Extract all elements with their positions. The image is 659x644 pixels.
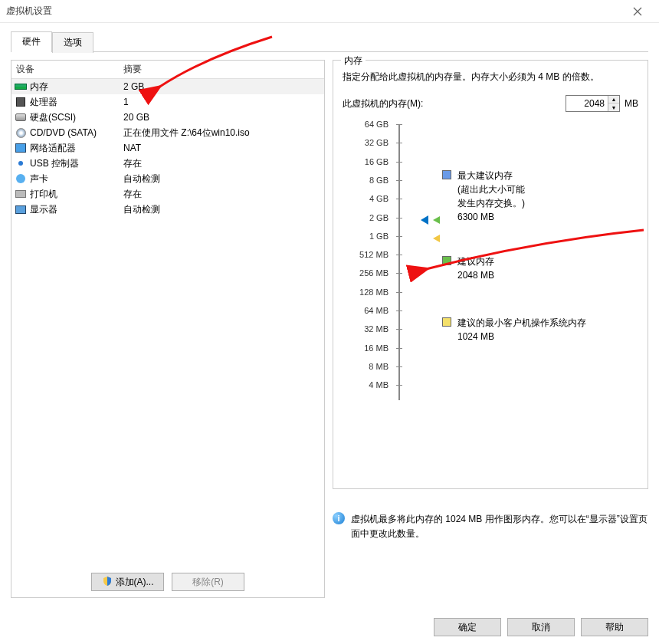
hardware-row-hdd[interactable]: 硬盘(SCSI)20 GB — [11, 110, 324, 125]
cpu-icon — [15, 97, 27, 107]
net-icon — [15, 143, 27, 153]
tick-label: 64 MB — [364, 306, 389, 315]
shield-icon — [102, 576, 113, 589]
tab-bar: 硬件 选项 — [0, 23, 659, 51]
memory-input[interactable] — [566, 96, 608, 111]
hw-summary: 1 — [119, 97, 324, 107]
col-summary: 摘要 — [119, 63, 324, 76]
tab-options[interactable]: 选项 — [52, 32, 93, 53]
hw-summary: 自动检测 — [119, 172, 324, 186]
remove-button: 移除(R) — [172, 573, 244, 591]
tick-label: 8 GB — [369, 176, 389, 185]
tick-label: 8 MB — [369, 362, 389, 371]
tab-hardware[interactable]: 硬件 — [11, 31, 52, 52]
hw-name: 打印机 — [30, 188, 57, 201]
hardware-row-mem[interactable]: 内存2 GB — [11, 79, 324, 94]
tick-label: 64 GB — [365, 120, 389, 129]
tick-label: 128 MB — [359, 288, 389, 297]
recommended-marker-icon — [433, 216, 440, 224]
memory-gauge[interactable] — [396, 124, 402, 400]
hardware-row-disp[interactable]: 显示器自动检测 — [11, 202, 324, 217]
hw-summary: 存在 — [119, 188, 324, 201]
content-area: 设备 摘要 内存2 GB处理器1硬盘(SCSI)20 GBCD/DVD (SAT… — [0, 52, 659, 603]
tick-label: 512 MB — [359, 250, 389, 259]
hw-summary: 20 GB — [119, 112, 324, 123]
hw-summary: 存在 — [119, 157, 324, 170]
legend-rec-square — [442, 256, 451, 265]
legend-min-title: 建议的最小客户机操作系统内存 — [457, 316, 586, 330]
legend-max-note1: (超出此大小可能 — [457, 182, 525, 196]
memory-info-text: 虚拟机最多将此内存的 1024 MB 用作图形内存。您可以在“显示器”设置页面中… — [351, 512, 648, 541]
tick-label: 16 MB — [364, 343, 389, 353]
mem-icon — [15, 81, 27, 92]
tick-label: 32 GB — [365, 138, 389, 147]
remove-label: 移除(R) — [192, 576, 224, 589]
col-device: 设备 — [11, 63, 119, 76]
help-button[interactable]: 帮助 — [581, 618, 648, 636]
legend-rec-title: 建议内存 — [457, 255, 494, 268]
add-button[interactable]: 添加(A)... — [91, 573, 164, 591]
legend-min-value: 1024 MB — [457, 330, 586, 343]
dialog-footer: 确定 取消 帮助 — [434, 618, 648, 636]
hw-name: 硬盘(SCSI) — [30, 111, 76, 124]
memory-legend: 最大建议内存 (超出此大小可能 发生内存交换。) 6300 MB 建议内存 20… — [407, 124, 638, 400]
memory-unit: MB — [625, 98, 638, 109]
tick-label: 32 MB — [364, 324, 389, 334]
window-title: 虚拟机设置 — [6, 5, 622, 18]
min-marker-icon — [433, 235, 440, 242]
hw-name: 处理器 — [30, 96, 57, 109]
hw-name: 显示器 — [30, 203, 57, 216]
tick-label: 16 GB — [365, 157, 389, 166]
ok-button[interactable]: 确定 — [434, 618, 501, 636]
tick-label: 4 MB — [369, 380, 389, 389]
legend-max-value: 6300 MB — [457, 210, 525, 224]
legend-rec-value: 2048 MB — [457, 268, 494, 282]
hw-name: CD/DVD (SATA) — [30, 127, 97, 138]
hardware-row-usb[interactable]: USB 控制器存在 — [11, 156, 324, 171]
current-marker-icon — [421, 215, 428, 225]
legend-min-square — [442, 317, 451, 327]
hdd-icon — [15, 112, 27, 123]
memory-spinner[interactable]: ▲ ▼ — [566, 95, 620, 112]
spin-up-icon[interactable]: ▲ — [608, 96, 619, 104]
hw-name: USB 控制器 — [30, 157, 79, 170]
hardware-header: 设备 摘要 — [11, 61, 324, 79]
hw-name: 网络适配器 — [30, 142, 76, 155]
hw-summary: 自动检测 — [119, 203, 324, 216]
hw-name: 声卡 — [30, 172, 48, 186]
prn-icon — [15, 189, 27, 199]
cancel-button[interactable]: 取消 — [507, 618, 575, 636]
titlebar: 虚拟机设置 — [0, 0, 659, 23]
memory-input-label: 此虚拟机的内存(M): — [343, 97, 423, 110]
memory-group-title: 内存 — [341, 54, 366, 67]
tick-label: 4 GB — [369, 194, 389, 203]
usb-icon — [15, 158, 27, 169]
cd-icon — [15, 127, 27, 138]
hardware-row-snd[interactable]: 声卡自动检测 — [11, 171, 324, 186]
tick-label: 256 MB — [359, 268, 389, 278]
tick-label: 2 GB — [369, 213, 389, 222]
hardware-panel: 设备 摘要 内存2 GB处理器1硬盘(SCSI)20 GBCD/DVD (SAT… — [11, 60, 325, 598]
memory-description: 指定分配给此虚拟机的内存量。内存大小必须为 4 MB 的倍数。 — [343, 70, 638, 84]
hardware-row-net[interactable]: 网络适配器NAT — [11, 140, 324, 156]
hardware-row-prn[interactable]: 打印机存在 — [11, 186, 324, 202]
hardware-row-cd[interactable]: CD/DVD (SATA)正在使用文件 Z:\64位win10.iso — [11, 125, 324, 140]
hw-summary: NAT — [119, 143, 324, 153]
legend-max-title: 最大建议内存 — [457, 169, 525, 182]
snd-icon — [15, 173, 27, 184]
memory-panel: 内存 指定分配给此虚拟机的内存量。内存大小必须为 4 MB 的倍数。 此虚拟机的… — [333, 60, 648, 598]
legend-max-square — [442, 170, 451, 179]
info-icon: i — [333, 512, 345, 524]
add-label: 添加(A)... — [116, 576, 154, 589]
hw-name: 内存 — [30, 80, 48, 94]
memory-scale: 64 GB32 GB16 GB8 GB4 GB2 GB1 GB512 MB256… — [343, 124, 638, 400]
disp-icon — [15, 204, 27, 215]
hw-summary: 正在使用文件 Z:\64位win10.iso — [119, 127, 324, 140]
tick-label: 1 GB — [369, 232, 389, 241]
legend-max-note2: 发生内存交换。) — [457, 196, 525, 210]
hardware-row-cpu[interactable]: 处理器1 — [11, 94, 324, 110]
hardware-list: 内存2 GB处理器1硬盘(SCSI)20 GBCD/DVD (SATA)正在使用… — [11, 79, 324, 597]
spin-down-icon[interactable]: ▼ — [608, 104, 619, 111]
memory-info: i 虚拟机最多将此内存的 1024 MB 用作图形内存。您可以在“显示器”设置页… — [333, 512, 648, 541]
close-button[interactable] — [622, 1, 653, 22]
